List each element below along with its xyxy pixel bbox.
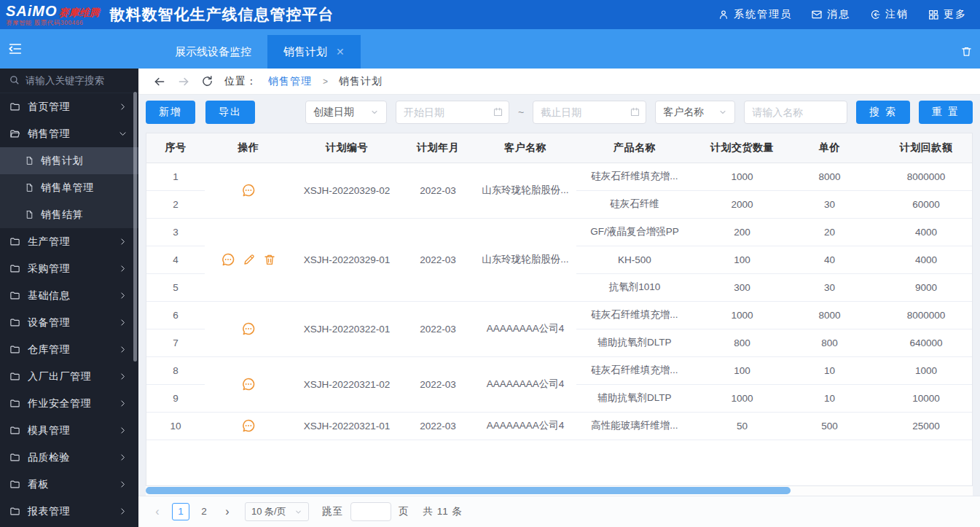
sidebar-item[interactable]: 作业安全管理 [0, 390, 138, 417]
column-header[interactable]: 计划交货数量 [693, 133, 791, 163]
cell-seq: 6 [146, 301, 205, 329]
sidebar-subitem[interactable]: 销售计划 [0, 147, 138, 174]
table-row: 3XSJH-20220329-012022-03山东玲珑轮胎股份...GF/液晶… [146, 218, 973, 246]
messages-button[interactable]: 消息 [811, 8, 850, 21]
delete-trash-icon[interactable] [263, 253, 276, 266]
cell-plan-no: XSJH-20220322-01 [292, 301, 401, 356]
column-header[interactable]: 操作 [205, 133, 292, 163]
cell-qty: 50 [693, 412, 791, 440]
date-type-select[interactable]: 创建日期 [305, 101, 387, 124]
column-header[interactable]: 计划编号 [292, 133, 401, 163]
end-date-field [533, 101, 646, 124]
reset-button[interactable]: 重 置 [919, 101, 973, 124]
next-page-button[interactable]: › [220, 505, 235, 518]
column-header[interactable]: 产品名称 [576, 133, 693, 163]
horizontal-scrollbar-thumb[interactable] [146, 487, 791, 494]
cell-seq: 7 [146, 329, 205, 356]
prev-page-button[interactable]: ‹ [150, 505, 165, 518]
breadcrumb-parent-link[interactable]: 销售管理 [268, 75, 312, 88]
breadcrumb-bar: 位置： 销售管理 > 销售计划 [138, 69, 980, 95]
more-button[interactable]: 更多 [928, 8, 967, 21]
page-title: 散料数智化生产线信息管控平台 [110, 4, 334, 25]
detail-comment-icon[interactable] [241, 183, 256, 198]
detail-comment-icon[interactable] [241, 418, 256, 433]
sidebar-item[interactable]: 基础信息 [0, 282, 138, 309]
edit-pencil-icon[interactable] [243, 253, 256, 266]
column-header[interactable]: 客户名称 [474, 133, 576, 163]
sidebar-item[interactable]: 入厂出厂管理 [0, 363, 138, 390]
cell-qty: 100 [693, 356, 791, 384]
cell-qty: 1000 [693, 384, 791, 412]
add-button[interactable]: 新增 [146, 101, 195, 124]
cell-plan-no: XSJH-20220329-01 [292, 218, 401, 301]
cell-amount: 10000 [868, 384, 973, 412]
sidebar-item[interactable]: 报表管理 [0, 498, 138, 525]
sidebar-item[interactable]: 仓库管理 [0, 336, 138, 363]
sidebar-item[interactable]: 销售管理 [0, 120, 138, 147]
cell-customer: AAAAAAAA公司4 [474, 412, 576, 440]
table-body: 1XSJH-20220329-022022-03山东玲珑轮胎股份...硅灰石纤维… [146, 163, 973, 440]
sidebar-item[interactable]: 设备管理 [0, 309, 138, 336]
sidebar-item[interactable]: 采购管理 [0, 255, 138, 282]
close-all-tabs-button[interactable] [960, 45, 973, 60]
folder-icon [9, 263, 21, 275]
data-table-card: 序号操作计划编号计划年月客户名称产品名称计划交货数量单价计划回款额 1XSJH-… [146, 133, 973, 486]
page-number-1[interactable]: 1 [172, 503, 189, 520]
column-header[interactable]: 单价 [791, 133, 868, 163]
folder-icon [9, 317, 21, 329]
sidebar-scrollbar[interactable] [133, 92, 137, 362]
name-type-select[interactable]: 客户名称 [655, 101, 735, 124]
chevron-right-icon [118, 372, 128, 382]
cell-product: 硅灰石纤维 [576, 190, 693, 218]
sidebar-item[interactable]: 首页管理 [0, 93, 138, 120]
folder-icon [9, 344, 21, 356]
cell-plan-month: 2022-03 [401, 218, 474, 301]
chevron-right-icon [118, 453, 128, 463]
cell-qty: 2000 [693, 190, 791, 218]
search-placeholder: 请输入关键字搜索 [26, 74, 104, 87]
jump-page-input[interactable] [350, 502, 391, 521]
sidebar-item[interactable]: 生产管理 [0, 228, 138, 255]
detail-comment-icon[interactable] [241, 321, 256, 336]
table-row: 1XSJH-20220329-022022-03山东玲珑轮胎股份...硅灰石纤维… [146, 163, 973, 190]
page-number-2[interactable]: 2 [195, 503, 213, 520]
column-header[interactable]: 序号 [146, 133, 205, 163]
cell-actions [205, 412, 292, 440]
detail-comment-icon[interactable] [221, 252, 235, 267]
tab-销售计划[interactable]: 销售计划✕ [267, 35, 361, 69]
page-size-select[interactable]: 10 条/页 [245, 502, 309, 521]
cell-actions [205, 218, 292, 301]
sidebar-collapse-button[interactable] [4, 39, 26, 60]
column-header[interactable]: 计划回款额 [868, 133, 973, 163]
sidebar-item[interactable]: 品质检验 [0, 444, 138, 471]
forward-arrow-icon[interactable] [177, 75, 190, 88]
horizontal-scrollbar [146, 486, 973, 496]
sidebar-item[interactable]: 看板 [0, 471, 138, 498]
start-date-input[interactable] [396, 101, 509, 124]
refresh-icon[interactable] [201, 75, 213, 87]
column-header[interactable]: 计划年月 [401, 133, 474, 163]
sidebar-item[interactable]: 模具管理 [0, 417, 138, 444]
back-arrow-icon[interactable] [153, 75, 166, 88]
sidebar-subitem[interactable]: 销售结算 [0, 201, 138, 228]
logout-button[interactable]: 注销 [869, 8, 909, 21]
cell-amount: 8000000 [868, 301, 973, 329]
tab-bar: 展示线设备监控销售计划✕ [0, 29, 980, 69]
sidebar-search[interactable]: 请输入关键字搜索 [0, 69, 138, 93]
company-logo: SAiMO 赛摩维腾 赛摩智能 股票代码300466 [6, 4, 100, 26]
search-button[interactable]: 搜 索 [856, 101, 910, 124]
sidebar-subitem[interactable]: 销售单管理 [0, 174, 138, 201]
name-search-input[interactable] [744, 101, 847, 124]
end-date-input[interactable] [533, 101, 646, 124]
search-icon [9, 74, 20, 87]
jump-to-label: 跳至 [322, 505, 343, 518]
export-button[interactable]: 导出 [205, 101, 255, 124]
cell-product: 辅助抗氧剂DLTP [576, 384, 693, 412]
user-menu[interactable]: 系统管理员 [718, 8, 792, 21]
cell-amount: 60000 [868, 190, 973, 218]
detail-comment-icon[interactable] [241, 377, 256, 391]
tab-close-icon[interactable]: ✕ [336, 46, 345, 58]
cell-price: 30 [791, 190, 868, 218]
cell-price: 30 [791, 273, 868, 301]
tab-展示线设备监控[interactable]: 展示线设备监控 [159, 35, 267, 69]
